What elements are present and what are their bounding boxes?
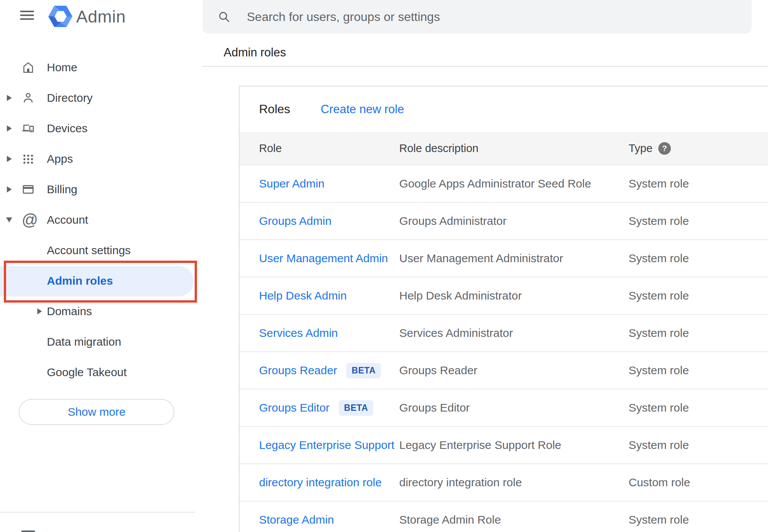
expand-caret-icon[interactable] xyxy=(7,95,12,101)
clipped-sidebar-icon xyxy=(21,530,35,532)
table-row: Groups Admin Groups Administrator System… xyxy=(240,203,768,240)
search-placeholder: Search for users, groups or settings xyxy=(247,10,440,24)
role-description: Services Administrator xyxy=(399,327,629,340)
column-header-description: Role description xyxy=(399,142,629,155)
create-new-role-link[interactable]: Create new role xyxy=(321,103,404,116)
sidebar-item-apps[interactable]: Apps xyxy=(0,144,202,174)
sidebar-item-label: Directory xyxy=(47,91,93,104)
table-row: Help Desk Admin Help Desk Administrator … xyxy=(240,277,768,315)
role-link[interactable]: Super Admin xyxy=(259,177,325,190)
card-header: Roles Create new role xyxy=(240,87,768,132)
header-divider xyxy=(202,66,768,67)
sidebar-item-label: Devices xyxy=(47,122,88,135)
table-row: directory integration role directory int… xyxy=(240,464,768,502)
role-link[interactable]: Storage Admin xyxy=(259,513,334,526)
sidebar-item-devices[interactable]: Devices xyxy=(0,113,202,144)
role-description: Groups Editor xyxy=(399,401,629,414)
collapse-caret-icon[interactable] xyxy=(6,218,12,223)
role-link[interactable]: directory integration role xyxy=(259,476,382,489)
annotation-highlight-box xyxy=(4,261,197,303)
table-row: Services Admin Services Administrator Sy… xyxy=(240,315,768,352)
role-description: directory integration role xyxy=(399,476,629,489)
table-body: Super Admin Google Apps Administrator Se… xyxy=(240,165,768,532)
role-description: Google Apps Administrator Seed Role xyxy=(399,177,629,190)
role-link[interactable]: Legacy Enterprise Support xyxy=(259,439,394,452)
sidebar-item-home[interactable]: Home xyxy=(0,52,202,83)
column-header-role: Role xyxy=(259,142,399,155)
home-icon xyxy=(22,61,35,74)
devices-icon xyxy=(22,122,35,135)
credit-card-icon xyxy=(22,183,35,196)
table-row: Storage Admin Storage Admin Role System … xyxy=(240,502,768,532)
role-type: System role xyxy=(629,513,768,526)
beta-badge: BETA xyxy=(346,363,381,378)
role-type: System role xyxy=(629,364,768,377)
apps-grid-icon xyxy=(22,152,35,165)
role-link[interactable]: Services Admin xyxy=(259,327,338,340)
column-header-type: Type xyxy=(629,142,653,155)
expand-caret-icon[interactable] xyxy=(7,125,12,131)
role-link[interactable]: Groups Reader xyxy=(259,364,337,377)
sidebar-item-label: Billing xyxy=(47,183,77,196)
role-type: System role xyxy=(629,401,768,414)
role-type: System role xyxy=(629,327,768,340)
role-description: Help Desk Administrator xyxy=(399,289,629,302)
role-link[interactable]: Groups Editor xyxy=(259,401,330,414)
expand-caret-icon[interactable] xyxy=(37,308,42,314)
person-icon xyxy=(22,91,35,104)
sidebar-item-label: Apps xyxy=(47,152,73,165)
sidebar-item-label: Account settings xyxy=(47,244,131,257)
table-row: Legacy Enterprise Support Legacy Enterpr… xyxy=(240,427,768,464)
role-type: Custom role xyxy=(629,476,768,489)
role-description: Groups Reader xyxy=(399,364,629,377)
hamburger-menu-icon[interactable] xyxy=(20,11,34,21)
sidebar: Admin Home Directory xyxy=(0,0,202,532)
search-icon xyxy=(217,10,231,24)
breadcrumb: Admin roles xyxy=(224,46,286,59)
table-row: Groups Reader BETA Groups Reader System … xyxy=(240,352,768,389)
role-type: System role xyxy=(629,177,768,190)
role-type: System role xyxy=(629,252,768,265)
admin-logo-icon[interactable] xyxy=(48,6,72,29)
role-description: Storage Admin Role xyxy=(399,513,629,526)
sidebar-item-label: Account xyxy=(47,213,88,226)
role-description: Groups Administrator xyxy=(399,215,629,228)
role-link[interactable]: Help Desk Admin xyxy=(259,289,347,302)
role-description: User Management Administrator xyxy=(399,252,629,265)
question-mark-help-icon[interactable]: ? xyxy=(658,142,671,155)
sidebar-item-account[interactable]: @ Account xyxy=(0,205,202,235)
sidebar-item-label: Home xyxy=(47,61,77,74)
card-title: Roles xyxy=(259,102,290,116)
main-content: Search for users, groups or settings Adm… xyxy=(202,0,768,532)
table-row: User Management Admin User Management Ad… xyxy=(240,240,768,277)
sidebar-item-label: Google Takeout xyxy=(47,366,127,379)
role-type: System role xyxy=(629,215,768,228)
role-link[interactable]: User Management Admin xyxy=(259,252,388,265)
expand-caret-icon[interactable] xyxy=(7,186,12,192)
table-header-row: Role Role description Type ? xyxy=(240,132,768,165)
table-row: Super Admin Google Apps Administrator Se… xyxy=(240,165,768,203)
table-row: Groups Editor BETA Groups Editor System … xyxy=(240,389,768,427)
app-title: Admin xyxy=(76,7,126,27)
sidebar-item-billing[interactable]: Billing xyxy=(0,174,202,205)
show-more-button[interactable]: Show more xyxy=(19,399,174,425)
sidebar-item-data-migration[interactable]: Data migration xyxy=(0,327,202,357)
sidebar-item-label: Domains xyxy=(47,305,92,318)
sidebar-item-label: Data migration xyxy=(47,335,121,348)
role-description: Legacy Enterprise Support Role xyxy=(399,439,629,452)
expand-caret-icon[interactable] xyxy=(7,156,12,162)
sidebar-item-directory[interactable]: Directory xyxy=(0,83,202,113)
at-sign-icon: @ xyxy=(22,213,35,226)
role-type: System role xyxy=(629,439,768,452)
roles-card: Roles Create new role Role Role descript… xyxy=(239,86,768,532)
search-input[interactable]: Search for users, groups or settings xyxy=(203,0,752,34)
sidebar-divider xyxy=(0,512,195,513)
role-link[interactable]: Groups Admin xyxy=(259,215,331,228)
beta-badge: BETA xyxy=(339,400,373,416)
sidebar-item-google-takeout[interactable]: Google Takeout xyxy=(0,357,202,388)
role-type: System role xyxy=(629,289,768,302)
